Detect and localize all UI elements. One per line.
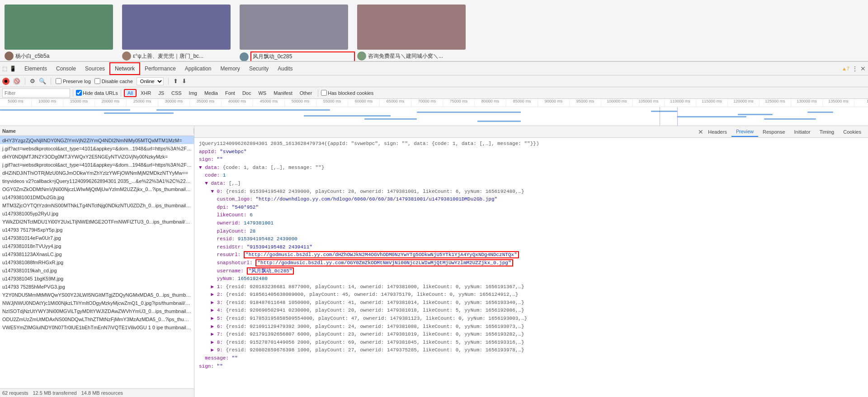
- highlighted-value: "风月飘动_0c285": [247, 267, 294, 275]
- request-item[interactable]: u1479381001DMDu2Gb.jpg: [0, 193, 194, 201]
- request-item[interactable]: NzISOTdjNzUtYWY3Ni00MGViLTgyMDItYWJIZDAw…: [0, 307, 194, 315]
- json-value: {resid: 917853195858509554000, playCount…: [226, 316, 527, 321]
- response-tab-initiator[interactable]: Initiator: [790, 127, 815, 136]
- request-item[interactable]: j.gif?act=websdkprotocol&act_type=4101&a…: [0, 160, 194, 168]
- filter-type-xhr[interactable]: XHR: [137, 89, 154, 97]
- request-item[interactable]: NWJjNWU0NDAtYjc1Mi00NjkzLTliYmItODgyMzky…: [0, 299, 194, 307]
- search-icon[interactable]: 🔍: [39, 78, 46, 84]
- filter-type-doc[interactable]: Doc: [239, 89, 255, 97]
- filter-type-img[interactable]: Img: [186, 89, 200, 97]
- filter-type-manifest[interactable]: Manifest: [270, 89, 296, 97]
- has-blocked-cookies-checkbox[interactable]: Has blocked cookies: [321, 90, 373, 96]
- filter-type-all[interactable]: All: [124, 89, 137, 97]
- tab-security[interactable]: Security: [245, 63, 273, 74]
- tab-memory[interactable]: Memory: [216, 63, 245, 74]
- filter-separator-2: [121, 89, 121, 97]
- card-meta-2: 风月飘动_0c285: [240, 51, 355, 61]
- json-key: snapshoturl:: [217, 260, 256, 266]
- filter-type-other[interactable]: Other: [297, 89, 316, 97]
- tab-elements[interactable]: Elements: [20, 63, 52, 74]
- json-indent: [199, 300, 211, 305]
- response-callback-line: jQuery11240996262894301 2035_16136284797…: [199, 140, 863, 148]
- response-tree-item: residStr: "915394195482 2439411": [199, 243, 863, 252]
- request-item[interactable]: u14793 75179H5xpY5p.jpg: [0, 225, 194, 234]
- devtools-responsive-icon[interactable]: 📱: [9, 65, 16, 72]
- json-key: ▼ data:: [199, 165, 223, 170]
- response-tab-timing[interactable]: Timing: [815, 127, 839, 136]
- response-tab-preview[interactable]: Preview: [731, 127, 758, 137]
- json-key: ▶ 5:: [211, 316, 226, 321]
- request-item[interactable]: u1479381005yp2RyU.jpg: [0, 209, 194, 217]
- filter-type-font[interactable]: Font: [222, 89, 238, 97]
- close-devtools-icon[interactable]: ✕: [860, 65, 866, 72]
- request-item[interactable]: tinyvideos v2?callback=jQuery11240996262…: [0, 177, 194, 185]
- request-list: Name dHY3YzgzZjQxNjlINDY0NGZlYmVjN2ZiYmQ…: [0, 126, 194, 397]
- download-button[interactable]: ⬇: [182, 78, 187, 84]
- response-tab-response[interactable]: Response: [758, 127, 790, 136]
- timeline-label: 80000 ms: [475, 99, 506, 107]
- video-thumb-3: [357, 5, 466, 50]
- json-key: ▼ data:: [205, 181, 229, 186]
- disable-cache-input[interactable]: [94, 78, 100, 84]
- request-item[interactable]: u1479381014eFw0Ur7.jpg: [0, 234, 194, 242]
- filter-input[interactable]: [2, 89, 70, 98]
- timeline-bar: [364, 118, 416, 120]
- request-item[interactable]: OGY0ZmZkODMtNmVjNi00NjczLWIwMjQtMjUwYzlm…: [0, 185, 194, 193]
- disable-cache-label: Disable cache: [102, 79, 133, 84]
- tab-sources[interactable]: Sources: [80, 63, 109, 74]
- hide-data-urls-input[interactable]: [76, 90, 82, 96]
- filter-type-media[interactable]: Media: [201, 89, 221, 97]
- request-item[interactable]: ODU2ZmUzZmUtMDAxNS00NDQwLThhZTMtNzFjMmY3…: [0, 315, 194, 323]
- request-item[interactable]: u1479381045 1bgK59M.jpg: [0, 274, 194, 282]
- warning-badge[interactable]: ▲7: [842, 66, 849, 71]
- request-item[interactable]: YWkZDI2NTctMDU1Yi00Y2UxLTljNWEtMGE2OTFmN…: [0, 217, 194, 225]
- filter-type-css[interactable]: CSS: [168, 89, 185, 97]
- upload-button[interactable]: ⬆: [173, 78, 178, 84]
- request-item[interactable]: VWE5YmZIMGlulNDY0N07Tr0lUE1bEhTmEnN7iVQT…: [0, 323, 194, 331]
- response-tab-headers[interactable]: Headers: [703, 127, 731, 136]
- request-item[interactable]: dHY3YzgzZjQxNjlINDY0NGZlYmVjN2ZiYmQ4NDI2…: [0, 136, 194, 144]
- json-key: ownerid:: [217, 220, 244, 226]
- request-item[interactable]: dHZiNDJiNThiOTRjMzU0NGJmODkwYmZhYzlzYWFj…: [0, 168, 194, 177]
- request-item[interactable]: u1479381123AXnasLC.jpg: [0, 250, 194, 258]
- request-item[interactable]: dHY0NDljMTJlN2Y3ODg0MTJiYWQxY2E5NGEyNTVi…: [0, 152, 194, 160]
- hide-data-urls-checkbox[interactable]: Hide data URLs: [76, 90, 118, 96]
- tab-performance[interactable]: Performance: [140, 63, 180, 74]
- tab-audits[interactable]: Audits: [273, 63, 297, 74]
- request-item[interactable]: u1479381018nTVUyy4.jpg: [0, 242, 194, 250]
- response-tree-item: ▼ data: {code: 1, data: [,…], message: "…: [199, 164, 863, 172]
- json-indent: [199, 340, 211, 345]
- request-item[interactable]: u1479381019kah_cd.jpg: [0, 266, 194, 274]
- json-value: 1479381001: [244, 220, 274, 226]
- json-key: ▶ 6:: [211, 324, 226, 329]
- network-throttle-select[interactable]: Online: [137, 77, 164, 85]
- request-item[interactable]: u14793 75285hMePVG3.jpg: [0, 282, 194, 290]
- filter-type-ws[interactable]: WS: [255, 89, 269, 97]
- tab-console[interactable]: Console: [52, 63, 80, 74]
- overflow-menu-icon[interactable]: ⋮: [852, 65, 858, 72]
- devtools-inspect-icon[interactable]: ⬚: [2, 65, 7, 72]
- response-tree-item: ▶ 7: {resid: 921791392656807 6000, playC…: [199, 331, 863, 339]
- response-tab-cookies[interactable]: Cookies: [839, 127, 866, 136]
- clear-button[interactable]: 🚫: [13, 78, 20, 85]
- request-item[interactable]: u1479381088fmRHGxR.jpg: [0, 258, 194, 266]
- devtools-panel: ⬚ 📱 Elements Console Sources Network Per…: [0, 61, 868, 397]
- timeline-marker: [677, 107, 678, 126]
- card-avatar-0: [5, 51, 14, 61]
- record-button[interactable]: ⏺: [2, 78, 9, 85]
- preserve-log-input[interactable]: [56, 78, 61, 84]
- request-item[interactable]: MTM3ZjcOYTQtYzdmNS00MTNkLTg4NTctNjg0NDkz…: [0, 201, 194, 209]
- json-key: ▶ 9:: [211, 347, 226, 353]
- filter-type-js[interactable]: JS: [155, 89, 167, 97]
- json-indent: [199, 355, 205, 361]
- disable-cache-checkbox[interactable]: Disable cache: [94, 78, 133, 84]
- has-blocked-cookies-input[interactable]: [321, 90, 327, 96]
- tab-application[interactable]: Application: [180, 63, 216, 74]
- request-item[interactable]: j.gif?act=websdkprotocol&act_type=4101&a…: [0, 144, 194, 152]
- tab-network[interactable]: Network: [109, 62, 140, 75]
- filter-icon[interactable]: ⚙: [30, 78, 35, 84]
- preserve-log-checkbox[interactable]: Preserve log: [56, 78, 91, 84]
- request-list-body[interactable]: dHY3YzgzZjQxNjlINDY0NGZlYmVjN2ZiYmQ4NDI2…: [0, 136, 194, 388]
- request-item[interactable]: Y2Y0NDU5MmMtMWQwYS00Y2JiLWI5NGItMTgjZDQy…: [0, 290, 194, 299]
- close-response-button[interactable]: ✕: [698, 128, 703, 135]
